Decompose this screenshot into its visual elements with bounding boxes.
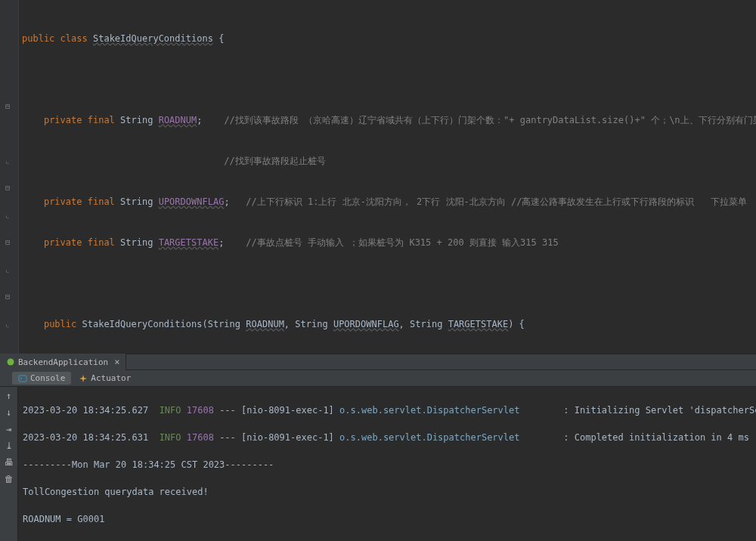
actuator-icon: [79, 374, 88, 383]
fold-start-icon[interactable]: ⊟: [0, 236, 15, 249]
code-editor[interactable]: public class StakeIdQueryConditions { pr…: [19, 0, 756, 354]
fold-end-icon[interactable]: ⌞: [0, 154, 15, 168]
clear-icon[interactable]: 🗑: [3, 473, 15, 485]
svg-point-0: [8, 359, 14, 366]
fold-start-icon[interactable]: ⊟: [0, 181, 15, 195]
tool-column: ↑ ↓ ⇥ ⤓ 🖶 🗑: [0, 387, 18, 541]
fold-start-icon[interactable]: ⊟: [0, 100, 15, 113]
tab-label: BackendApplication: [18, 357, 108, 367]
sub-tab-bar: Console Actuator: [0, 370, 756, 387]
soft-wrap-icon[interactable]: ⇥: [3, 423, 15, 435]
editor-area: ⊟ ⌞ ⊟ ⌞ ⊟ ⌞ ⊟ ⌞ public class StakeIdQuer…: [0, 0, 756, 354]
fold-end-icon[interactable]: ⌞: [0, 317, 15, 331]
run-tab-backend[interactable]: BackendApplication ×: [0, 354, 126, 370]
scroll-end-icon[interactable]: ⤓: [3, 440, 15, 452]
spring-icon: [6, 357, 15, 366]
fold-icon[interactable]: [0, 5, 15, 18]
fold-end-icon[interactable]: ⌞: [0, 209, 15, 222]
scroll-down-icon[interactable]: ↓: [3, 407, 15, 419]
scroll-up-icon[interactable]: ↑: [3, 390, 15, 402]
close-icon[interactable]: ×: [111, 357, 119, 367]
fold-start-icon[interactable]: ⊟: [0, 290, 15, 304]
print-icon[interactable]: 🖶: [3, 456, 15, 468]
gutter: ⊟ ⌞ ⊟ ⌞ ⊟ ⌞ ⊟ ⌞: [0, 0, 19, 354]
console-tab-label: Console: [30, 373, 65, 383]
actuator-tab[interactable]: Actuator: [73, 372, 137, 385]
actuator-tab-label: Actuator: [91, 373, 131, 383]
run-tab-bar: BackendApplication ×: [0, 354, 756, 370]
console-tab[interactable]: Console: [12, 372, 71, 385]
fold-end-icon[interactable]: ⌞: [0, 263, 15, 277]
console-output[interactable]: 2023-03-20 18:34:25.627 INFO 17608 --- […: [18, 387, 756, 541]
console-icon: [18, 374, 27, 383]
console-wrap: ↑ ↓ ⇥ ⤓ 🖶 🗑 2023-03-20 18:34:25.627 INFO…: [0, 387, 756, 541]
